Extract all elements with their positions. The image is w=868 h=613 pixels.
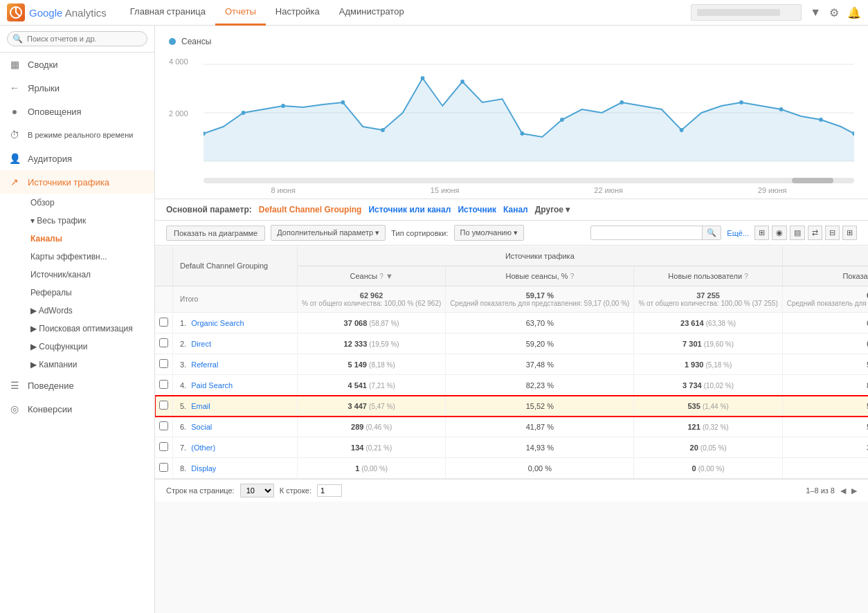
sidebar-sub-social[interactable]: ▶ Соцфункции	[25, 338, 154, 356]
row-new-users: 20 (0,05 %)	[634, 437, 782, 458]
col-bounce[interactable]: Показатель отказов ?	[782, 266, 868, 286]
row-checkbox[interactable]	[155, 437, 173, 458]
row-name-link[interactable]: Email	[191, 402, 210, 410]
y-label-2000: 2 000	[169, 109, 188, 118]
row-bounce: 32,09 %	[782, 437, 868, 458]
row-name-cell: 8. Display	[173, 458, 298, 479]
row-checkbox-input[interactable]	[159, 318, 168, 327]
nav-settings[interactable]: Настройка	[266, 0, 329, 26]
row-checkbox-input[interactable]	[159, 442, 168, 451]
sidebar-item-conversions[interactable]: ◎ Конверсии	[0, 397, 154, 421]
row-name-link[interactable]: Paid Search	[191, 381, 233, 390]
sidebar-item-yarlyki[interactable]: ← Ярлыки	[0, 76, 154, 100]
row-checkbox[interactable]	[155, 396, 173, 417]
row-checkbox-input[interactable]	[159, 359, 168, 368]
filter-channel[interactable]: Канал	[503, 205, 528, 214]
nav-admin[interactable]: Администратор	[329, 0, 414, 26]
filter-bar-label: Основной параметр:	[166, 205, 252, 214]
sidebar-sub-all-traffic[interactable]: ▾ Весь трафик	[25, 212, 154, 230]
svg-point-16	[779, 107, 784, 111]
row-new-users: 0 (0,00 %)	[634, 458, 782, 479]
sort-default-btn[interactable]: По умолчанию ▾	[454, 225, 524, 241]
row-name-link[interactable]: Social	[191, 423, 212, 431]
row-checkbox[interactable]	[155, 458, 173, 479]
table-row: 1. Organic Search 37 068 (58,87 %) 63,70…	[155, 313, 868, 333]
view-bar-btn[interactable]: ▤	[790, 226, 805, 240]
sidebar-search-input[interactable]	[7, 31, 147, 46]
sidebar-sub-source-channel[interactable]: Источник/канал	[25, 266, 154, 284]
sidebar-sub-campaigns[interactable]: ▶ Кампании	[25, 356, 154, 374]
prev-page-btn[interactable]: ◀	[840, 486, 846, 495]
toolbar-search-input[interactable]	[591, 227, 702, 239]
row-checkbox-input[interactable]	[159, 380, 168, 389]
sidebar-sub-traffic: Обзор ▾ Весь трафик Каналы Карты эффекти…	[0, 194, 154, 374]
col-new-sessions[interactable]: Новые сеансы, % ?	[446, 266, 634, 286]
filter-source-channel[interactable]: Источник или канал	[368, 205, 451, 214]
sidebar-sub-overview[interactable]: Обзор	[25, 194, 154, 212]
view-compare-btn[interactable]: ⇄	[808, 226, 822, 240]
row-name-link[interactable]: Display	[191, 464, 216, 473]
view-table-btn[interactable]: ⊞	[754, 226, 769, 240]
new-sessions-label: Новые сеансы, %	[506, 272, 568, 280]
row-name-link[interactable]: Direct	[191, 340, 211, 348]
chart-scrollbar-thumb[interactable]	[792, 178, 833, 183]
col-new-users[interactable]: Новые пользователи ?	[634, 266, 782, 286]
filter-source[interactable]: Источник	[458, 205, 496, 214]
row-checkbox[interactable]	[155, 354, 173, 375]
sidebar-item-realtime[interactable]: ⏱ В режиме реального времени	[0, 123, 154, 147]
row-new-sessions: 14,93 %	[446, 437, 634, 458]
row-bounce: 64,97 %	[782, 333, 868, 354]
sidebar-item-behavior[interactable]: ☰ Поведение	[0, 374, 154, 397]
summary-sessions-pct: % от общего количества: 100,00 % (62 962…	[302, 300, 441, 307]
view-pie-btn[interactable]: ◉	[772, 226, 787, 240]
show-chart-btn[interactable]: Показать на диаграмме	[166, 226, 265, 241]
row-new-sessions: 0,00 %	[446, 458, 634, 479]
row-number: 2.	[180, 340, 186, 348]
col-sessions[interactable]: Сеансы ? ▼	[298, 266, 446, 286]
account-bar	[697, 9, 780, 16]
row-name-link[interactable]: Referral	[191, 360, 218, 369]
row-checkbox[interactable]	[155, 333, 173, 354]
sidebar-sub-adwords[interactable]: ▶ AdWords	[25, 302, 154, 320]
row-name-link[interactable]: Organic Search	[191, 319, 244, 327]
notifications-icon[interactable]: 🔔	[847, 6, 861, 19]
dropdown-icon[interactable]: ▼	[810, 6, 821, 19]
account-search	[691, 4, 802, 21]
row-checkbox[interactable]	[155, 375, 173, 396]
next-page-btn[interactable]: ▶	[851, 486, 857, 495]
nav-home[interactable]: Главная страница	[120, 0, 215, 26]
sidebar-item-traffic[interactable]: ↗ Источники трафика	[0, 170, 154, 194]
date-label-4: 29 июня	[758, 186, 787, 194]
view-custom-btn[interactable]: ⊞	[842, 226, 857, 240]
sidebar-sub-channels[interactable]: Каналы	[25, 230, 154, 248]
row-checkbox[interactable]	[155, 417, 173, 437]
sidebar-item-svodki[interactable]: ▦ Сводки	[0, 53, 154, 76]
row-checkbox-input[interactable]	[159, 421, 168, 430]
svg-point-5	[242, 111, 246, 115]
chart-scrollbar[interactable]	[204, 178, 854, 183]
filter-default-channel[interactable]: Default Channel Grouping	[259, 205, 362, 214]
view-pivot-btn[interactable]: ⊟	[825, 226, 840, 240]
sidebar-sub-seo[interactable]: ▶ Поисковая оптимизация	[25, 320, 154, 338]
sidebar-item-audience[interactable]: 👤 Аудитория	[0, 147, 154, 170]
to-row-input[interactable]	[317, 484, 342, 497]
row-checkbox[interactable]	[155, 313, 173, 333]
toolbar-search-btn[interactable]: 🔍	[702, 226, 721, 239]
sidebar-sub-maps[interactable]: Карты эффективн...	[25, 248, 154, 266]
filter-other[interactable]: Другое ▾	[535, 205, 570, 214]
row-name-link[interactable]: (Other)	[191, 443, 215, 452]
data-table: Default Channel Grouping Источники трафи…	[155, 246, 868, 479]
row-checkbox-input[interactable]	[159, 401, 168, 410]
row-checkbox-input[interactable]	[159, 463, 168, 472]
row-number: 6.	[180, 423, 186, 431]
nav-reports[interactable]: Отчеты	[215, 0, 266, 26]
toolbar-more-link[interactable]: Ещё...	[727, 229, 749, 237]
row-checkbox-input[interactable]	[159, 338, 168, 347]
settings-icon[interactable]: ⚙	[829, 6, 839, 19]
rows-per-page-select[interactable]: 10 25 50 100	[240, 484, 274, 497]
row-name-cell: 3. Referral	[173, 354, 298, 375]
row-range-text: 1–8 из 8	[806, 486, 835, 495]
add-param-btn[interactable]: Дополнительный параметр ▾	[271, 225, 386, 241]
sidebar-sub-referrals[interactable]: Рефералы	[25, 284, 154, 302]
sidebar-item-alerts[interactable]: ● Оповещения	[0, 100, 154, 123]
